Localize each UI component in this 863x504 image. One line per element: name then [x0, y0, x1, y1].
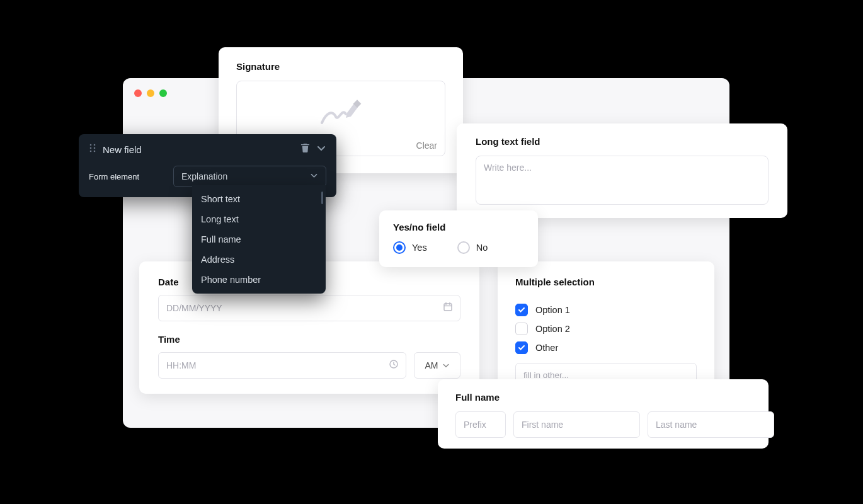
form-element-selected: Explanation — [181, 171, 227, 181]
calendar-icon[interactable] — [443, 302, 453, 314]
checkbox-label: Option 1 — [535, 305, 570, 315]
form-element-dropdown: Short text Long text Full name Address P… — [192, 185, 326, 294]
svg-point-1 — [90, 144, 92, 146]
radio-no[interactable]: No — [457, 241, 488, 254]
dropdown-item[interactable]: Short text — [192, 189, 326, 209]
radio-label: Yes — [412, 243, 427, 253]
new-field-title: New field — [103, 144, 294, 155]
last-name-input[interactable] — [648, 411, 774, 438]
checkbox-icon — [515, 341, 528, 354]
checkbox-label: Option 2 — [535, 324, 570, 334]
multi-title: Multiple selection — [515, 277, 697, 287]
chevron-down-icon[interactable] — [316, 143, 326, 156]
checkbox-row-option1[interactable]: Option 1 — [515, 304, 697, 316]
svg-rect-7 — [444, 304, 452, 311]
long-text-card: Long text field — [457, 123, 787, 218]
svg-point-2 — [94, 144, 96, 146]
radio-icon — [393, 241, 406, 254]
dropdown-item[interactable]: Phone number — [192, 270, 326, 290]
form-element-select[interactable]: Explanation — [173, 166, 326, 187]
long-text-title: Long text field — [476, 136, 769, 147]
chevron-down-icon — [442, 362, 450, 369]
time-label: Time — [158, 334, 460, 345]
close-window-button[interactable] — [134, 89, 142, 97]
clear-button[interactable]: Clear — [416, 140, 437, 151]
clock-icon[interactable] — [389, 359, 399, 372]
dropdown-item[interactable]: Full name — [192, 229, 326, 249]
dropdown-item[interactable]: Address — [192, 249, 326, 270]
prefix-input[interactable] — [455, 411, 506, 438]
pen-icon — [317, 95, 365, 130]
form-element-label: Form element — [89, 172, 164, 181]
svg-point-5 — [90, 151, 92, 152]
fullname-card: Full name — [438, 379, 769, 449]
radio-yes[interactable]: Yes — [393, 241, 427, 254]
trash-icon[interactable] — [300, 143, 310, 156]
long-text-input[interactable] — [476, 156, 769, 205]
svg-point-3 — [90, 147, 92, 149]
radio-label: No — [476, 243, 488, 253]
svg-point-6 — [94, 151, 96, 152]
traffic-lights — [134, 89, 167, 97]
date-input[interactable] — [158, 295, 460, 321]
checkbox-row-option2[interactable]: Option 2 — [515, 323, 697, 335]
maximize-window-button[interactable] — [159, 89, 167, 97]
checkbox-row-other[interactable]: Other — [515, 341, 697, 354]
minimize-window-button[interactable] — [147, 89, 154, 97]
time-input[interactable] — [158, 352, 406, 379]
drag-handle-icon[interactable] — [89, 144, 96, 155]
checkbox-label: Other — [535, 343, 558, 353]
yesno-card: Yes/no field Yes No — [379, 210, 538, 267]
radio-icon — [457, 241, 470, 254]
yesno-title: Yes/no field — [393, 222, 524, 232]
scrollbar[interactable] — [321, 192, 323, 204]
checkbox-icon — [515, 304, 528, 316]
chevron-down-icon — [310, 171, 318, 181]
ampm-select[interactable]: AM — [414, 352, 460, 379]
svg-point-4 — [94, 147, 96, 149]
signature-title: Signature — [236, 61, 445, 72]
first-name-input[interactable] — [513, 411, 640, 438]
ampm-value: AM — [425, 360, 438, 370]
fullname-title: Full name — [455, 392, 751, 403]
dropdown-item[interactable]: Long text — [192, 209, 326, 229]
checkbox-icon — [515, 323, 528, 335]
